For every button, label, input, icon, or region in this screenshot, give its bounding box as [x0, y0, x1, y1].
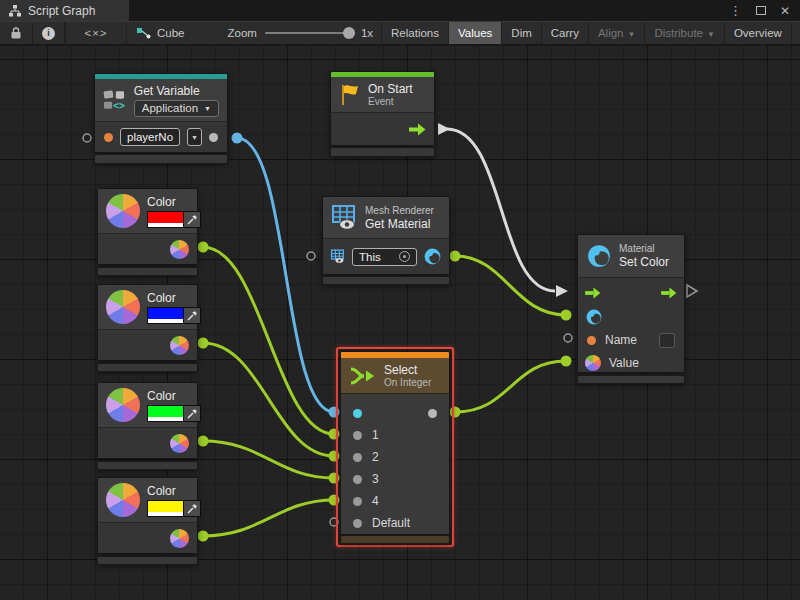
material-output-port[interactable] — [423, 247, 442, 266]
wire-color4-to-select4[interactable] — [198, 495, 340, 542]
target-field[interactable]: This — [352, 248, 417, 266]
node-title: Color — [147, 195, 201, 209]
color-input-port[interactable] — [585, 355, 601, 371]
flow-input-port[interactable] — [585, 287, 601, 299]
node-select[interactable]: Select On Integer 1 2 — [340, 351, 450, 535]
lock-button[interactable] — [0, 22, 33, 44]
color-wheel-icon — [106, 388, 140, 422]
variable-dropdown-button[interactable]: ▼ — [187, 128, 202, 146]
branch-port[interactable] — [353, 475, 362, 484]
node-color-3[interactable]: Color — [97, 382, 198, 459]
variable-scope-dropdown[interactable]: Application▼ — [134, 100, 219, 117]
relations-button[interactable]: Relations — [381, 22, 449, 44]
node-color-1[interactable]: Color — [97, 188, 198, 265]
wire-select-to-setcolor-value[interactable] — [450, 356, 572, 418]
flow-output-port[interactable] — [661, 287, 677, 299]
object-picker-icon[interactable] — [399, 251, 410, 262]
node-get-material[interactable]: Mesh Renderer Get Material This — [322, 196, 450, 275]
eyedropper-icon — [187, 408, 198, 419]
flag-icon — [339, 83, 361, 107]
color-swatch[interactable] — [147, 307, 201, 324]
node-on-start[interactable]: On Start Event — [330, 71, 435, 146]
node-component: Mesh Renderer — [365, 205, 434, 217]
info-button[interactable]: i — [33, 22, 65, 44]
graph-owner-button[interactable]: Cube — [127, 22, 194, 44]
node-title: Color — [147, 484, 201, 498]
flow-port-unconnected[interactable] — [687, 285, 697, 297]
dim-button[interactable]: Dim — [502, 22, 541, 44]
variable-name-field[interactable]: playerNo — [120, 128, 180, 146]
flow-output-port[interactable] — [409, 123, 426, 136]
eyedropper-button[interactable] — [184, 211, 201, 228]
eyedropper-icon — [187, 310, 198, 321]
wire-color3-to-select3[interactable] — [198, 436, 340, 484]
node-title: Get Material — [365, 217, 434, 231]
color-swatch[interactable] — [147, 211, 201, 228]
zoom-slider[interactable] — [265, 32, 353, 34]
wire-color2-to-select2[interactable] — [198, 338, 340, 462]
port-unconnected[interactable] — [330, 518, 338, 526]
color-output-port[interactable] — [170, 336, 189, 355]
renderer-port-icon — [330, 249, 346, 264]
branch-label: 4 — [372, 494, 379, 508]
maximize-icon[interactable] — [756, 6, 766, 15]
node-color-4[interactable]: Color — [97, 477, 198, 554]
port-label: Value — [609, 356, 639, 370]
select-icon — [349, 365, 377, 387]
close-icon[interactable]: ✕ — [780, 4, 790, 18]
chevron-down-icon: ▼ — [707, 30, 715, 39]
script-graph-icon — [136, 27, 151, 40]
branch-port[interactable] — [353, 497, 362, 506]
selection-output-port[interactable] — [428, 409, 437, 418]
eyedropper-icon — [187, 214, 198, 225]
wire-playerno-to-select[interactable] — [232, 133, 340, 418]
color-output-port[interactable] — [170, 434, 189, 453]
material-input-port[interactable] — [585, 308, 603, 326]
node-color-2[interactable]: Color — [97, 284, 198, 361]
code-preview-button[interactable]: <×> — [65, 22, 127, 44]
node-footer — [322, 276, 450, 285]
node-footer — [97, 556, 198, 565]
eyedropper-button[interactable] — [184, 500, 201, 517]
color-output-port[interactable] — [170, 529, 189, 548]
menu-kebab-icon[interactable]: ⋮ — [729, 3, 742, 18]
name-port[interactable] — [104, 133, 113, 142]
port-unconnected[interactable] — [564, 334, 572, 342]
wire-onstart-to-setcolor[interactable] — [438, 123, 568, 297]
selector-input-port[interactable] — [353, 409, 362, 418]
name-input-port[interactable] — [587, 336, 596, 345]
wire-getmaterial-to-setcolor[interactable] — [450, 251, 572, 321]
graph-owner-label: Cube — [157, 27, 185, 39]
align-dropdown[interactable]: Align▼ — [589, 22, 646, 44]
branch-port[interactable] — [353, 519, 362, 528]
svg-text:<>: <> — [113, 100, 125, 111]
material-icon — [586, 243, 612, 269]
node-footer — [340, 535, 450, 544]
port-unconnected[interactable] — [83, 134, 91, 142]
color-swatch[interactable] — [147, 500, 201, 517]
port-unconnected[interactable] — [307, 252, 315, 260]
node-subtitle: On Integer — [384, 377, 431, 389]
name-value-field[interactable] — [659, 333, 675, 348]
eyedropper-button[interactable] — [184, 307, 201, 324]
values-button[interactable]: Values — [449, 22, 502, 44]
branch-port[interactable] — [353, 431, 362, 440]
node-get-variable[interactable]: <> Get Variable Application▼ playerNo ▼ — [94, 73, 228, 153]
value-output-port[interactable] — [209, 133, 218, 142]
color-wheel-icon — [106, 194, 140, 228]
overview-button[interactable]: Overview — [725, 22, 792, 44]
node-set-color[interactable]: Material Set Color — [577, 234, 685, 373]
node-footer — [97, 461, 198, 470]
graph-canvas[interactable]: <> Get Variable Application▼ playerNo ▼ — [0, 46, 800, 600]
color-swatch[interactable] — [147, 405, 201, 422]
wire-color1-to-select1[interactable] — [198, 242, 340, 440]
node-title: On Start — [368, 82, 413, 96]
carry-button[interactable]: Carry — [542, 22, 589, 44]
tab-script-graph[interactable]: Script Graph — [0, 0, 129, 21]
color-output-port[interactable] — [170, 240, 189, 259]
branch-port[interactable] — [353, 453, 362, 462]
eyedropper-button[interactable] — [184, 405, 201, 422]
full-screen-button[interactable]: Full Screen — [792, 22, 800, 44]
zoom-slider-handle[interactable] — [343, 27, 355, 39]
distribute-dropdown[interactable]: Distribute▼ — [645, 22, 725, 44]
